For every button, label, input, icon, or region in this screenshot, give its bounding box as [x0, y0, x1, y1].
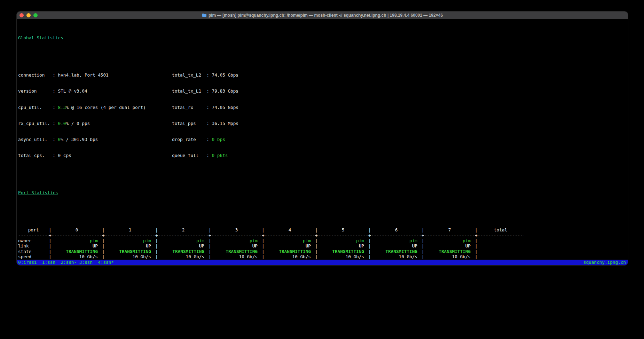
column-separator: | — [422, 238, 424, 243]
cell-value: 10 Gb/s — [52, 254, 102, 259]
stat-value-highlight: 0 pkts — [212, 153, 228, 158]
column-separator: | — [209, 227, 211, 232]
stat-value: 36.15 Mpps — [212, 121, 238, 126]
column-separator: | — [422, 254, 424, 259]
cell-value: TRANSMITTING — [158, 249, 209, 254]
divider-cross: + — [49, 233, 52, 238]
total-value — [478, 238, 524, 243]
divider-cross: + — [209, 233, 211, 238]
column-separator: | — [155, 243, 158, 249]
titlebar[interactable]: pim — [mosh] pim@squanchy.ipng.ch: /home… — [17, 11, 628, 19]
divider-dashes: ---------------------------------------- — [158, 233, 209, 238]
col-header: 1 — [105, 227, 155, 232]
stat-value: hvn4.lab, Port 4501 — [58, 72, 109, 78]
global-stat-row: connection : hvn4.lab, Port 4501 total_t… — [18, 72, 628, 78]
global-statistics-heading: Global Statistics — [18, 35, 628, 40]
column-separator: | — [315, 243, 318, 249]
column-separator: | — [368, 254, 371, 259]
column-separator: | — [49, 254, 52, 259]
column-separator: | — [262, 254, 265, 259]
minimize-button[interactable] — [26, 13, 31, 17]
screen-window-list: 0:irssi 1:ssh 2:ssh- 3:ssh 4:ssh* — [18, 260, 114, 265]
stat-value: 0 cps — [58, 153, 71, 158]
cell-value: UP — [371, 243, 422, 249]
divider-dashes: ---------------------------------------- — [18, 233, 49, 238]
table-row: state|TRANSMITTING|TRANSMITTING|TRANSMIT… — [18, 249, 628, 254]
divider-dashes: ---------------------------------------- — [318, 233, 368, 238]
column-separator: | — [102, 249, 105, 254]
column-separator: | — [102, 227, 105, 232]
column-separator: | — [262, 227, 265, 232]
col-header: 2 — [158, 227, 209, 232]
total-value — [478, 249, 524, 254]
table-row: speed|10 Gb/s|10 Gb/s|10 Gb/s|10 Gb/s|10… — [18, 254, 628, 259]
cell-value: UP — [158, 243, 209, 249]
terminal-content[interactable]: Global Statistics connection : hvn4.lab,… — [17, 19, 628, 265]
divider-dashes: ---------------------------------------- — [424, 233, 475, 238]
divider-dashes: ---------------------------------------- — [478, 233, 524, 238]
close-button[interactable] — [19, 13, 24, 17]
stat-value-highlight: 0.0 — [58, 121, 66, 126]
column-separator: | — [209, 254, 211, 259]
column-separator: | — [368, 227, 371, 232]
cell-value: 10 Gb/s — [105, 254, 155, 259]
column-separator: | — [475, 238, 478, 243]
divider-cross: + — [155, 233, 158, 238]
stat-value: % @ 16 cores (4 per dual port) — [66, 105, 146, 110]
column-separator: | — [368, 249, 371, 254]
divider-cross: + — [102, 233, 105, 238]
stat-value: % / 301.93 bps — [61, 137, 98, 142]
column-separator: | — [368, 238, 371, 243]
column-separator: | — [422, 249, 424, 254]
column-separator: | — [102, 243, 105, 249]
cell-value: 10 Gb/s — [211, 254, 262, 259]
stat-label: total_tx_L1 : — [172, 88, 212, 94]
col-header: 3 — [211, 227, 262, 232]
row-label: link — [18, 243, 49, 249]
port-statistics-heading: Port Statistics — [18, 190, 628, 195]
col-header: 4 — [265, 227, 315, 232]
cell-value: UP — [424, 243, 475, 249]
cell-value: pim — [371, 238, 422, 243]
folder-icon — [202, 13, 207, 17]
cell-value: TRANSMITTING — [424, 249, 475, 254]
screen-statusbar: 0:irssi 1:ssh 2:ssh- 3:ssh 4:ssh* squanc… — [17, 260, 628, 265]
column-separator: | — [368, 243, 371, 249]
divider-cross: + — [422, 233, 424, 238]
col-header: 7 — [424, 227, 475, 232]
column-separator: | — [475, 243, 478, 249]
stat-label: total_tx_L2 : — [172, 72, 212, 78]
col-header: 6 — [371, 227, 422, 232]
cell-value: TRANSMITTING — [211, 249, 262, 254]
stat-label: version : — [18, 88, 58, 94]
stat-label: rx_cpu_util. : — [18, 121, 58, 126]
divider-dashes: ---------------------------------------- — [211, 233, 262, 238]
table-row: link|UP|UP|UP|UP|UP|UP|UP|UP| — [18, 243, 628, 249]
table-row: owner|pim|pim|pim|pim|pim|pim|pim|pim| — [18, 238, 628, 243]
column-separator: | — [422, 243, 424, 249]
row-label: owner — [18, 238, 49, 243]
column-separator: | — [102, 238, 105, 243]
column-separator: | — [475, 249, 478, 254]
cell-value: pim — [211, 238, 262, 243]
cell-value: UP — [52, 243, 102, 249]
column-separator: | — [209, 243, 211, 249]
row-label: state — [18, 249, 49, 254]
cell-value: 10 Gb/s — [318, 254, 368, 259]
table-divider-row: ----------------------------------------… — [18, 233, 628, 238]
global-stat-row: cpu_util. : 8.3% @ 16 cores (4 per dual … — [18, 105, 628, 110]
divider-cross: + — [315, 233, 318, 238]
column-separator: | — [262, 249, 265, 254]
cell-value: TRANSMITTING — [52, 249, 102, 254]
cell-value: UP — [265, 243, 315, 249]
stat-value: 74.05 Gbps — [212, 72, 238, 78]
zoom-button[interactable] — [33, 13, 38, 17]
column-separator: | — [155, 249, 158, 254]
total-value — [478, 254, 524, 259]
window-title-area: pim — [mosh] pim@squanchy.ipng.ch: /home… — [17, 11, 628, 19]
stat-label: cpu_util. : — [18, 105, 58, 110]
column-separator: | — [475, 254, 478, 259]
column-separator: | — [155, 238, 158, 243]
col-header-total: total — [478, 227, 524, 232]
cell-value: 10 Gb/s — [158, 254, 209, 259]
